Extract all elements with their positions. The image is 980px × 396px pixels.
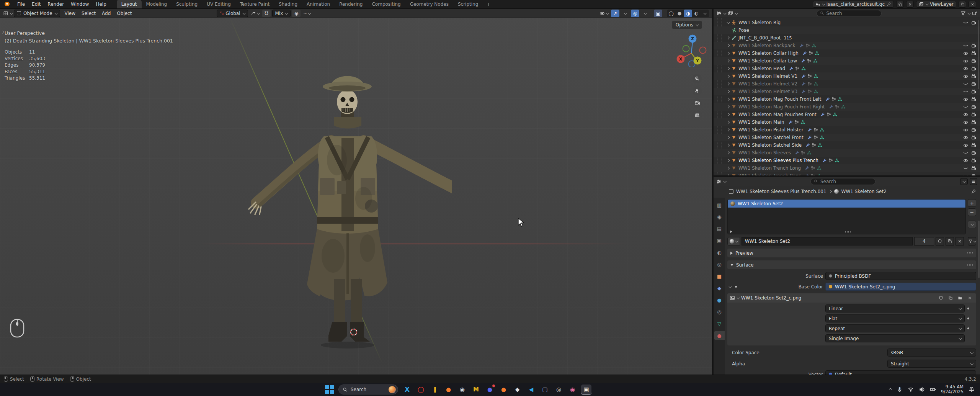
outliner-row[interactable]: WW1 Skeleton Collar Low — [714, 57, 980, 65]
material-slot-selected[interactable]: WW1 Skeleton Set2 — [728, 200, 965, 208]
expand-closed-icon[interactable] — [727, 105, 730, 108]
outliner-row[interactable]: Pose — [714, 26, 980, 34]
disable-in-renders-icon[interactable] — [971, 82, 976, 87]
navigation-gizmo[interactable]: Z X Y — [675, 29, 707, 68]
outliner-row[interactable]: JNT_C_B_000_Root 115 — [714, 34, 980, 42]
taskbar-app-icon[interactable]: ▣ — [581, 385, 591, 395]
workspace-tab[interactable]: Modeling — [142, 0, 172, 8]
properties-tab[interactable]: ◎ — [714, 260, 724, 268]
drag-handle-icon[interactable] — [845, 231, 851, 233]
properties-tab[interactable]: ● — [714, 331, 725, 340]
view-layer-copy-button[interactable] — [959, 1, 966, 8]
soldier-model[interactable] — [245, 64, 452, 350]
expand-closed-icon[interactable] — [727, 128, 730, 131]
eye-open-icon[interactable] — [963, 51, 968, 56]
topbar-menu-item[interactable]: Edit — [28, 0, 44, 8]
expand-closed-icon[interactable] — [727, 67, 730, 70]
properties-search-input[interactable]: Search — [810, 178, 875, 185]
perspective-toggle-button[interactable] — [693, 111, 702, 120]
outliner-search-input[interactable]: Search — [817, 10, 882, 17]
speaker-icon[interactable] — [919, 386, 925, 393]
eye-closed-icon[interactable] — [963, 89, 968, 94]
eye-closed-icon[interactable] — [963, 105, 968, 110]
battery-icon[interactable] — [930, 386, 936, 393]
scene-delete-button[interactable] — [906, 1, 914, 8]
disable-in-renders-icon[interactable] — [971, 43, 976, 48]
taskbar-app-icon[interactable]: ◯ — [416, 385, 426, 395]
shading-dropdown[interactable] — [701, 10, 709, 17]
workspace-tab[interactable]: UV Editing — [202, 0, 235, 8]
shading-rendered-button[interactable]: ◐ — [692, 10, 701, 17]
unlink-material-button[interactable] — [956, 237, 964, 245]
disable-in-renders-icon[interactable] — [971, 59, 976, 64]
topbar-menu-item[interactable]: Render — [44, 0, 67, 8]
xray-toggle[interactable]: ▣ — [654, 10, 662, 17]
outliner-row[interactable]: WW1 Skeleton Mag Pouch Front Left — [714, 95, 980, 103]
clock[interactable]: 9:45 AM 9/24/2025 — [941, 385, 964, 394]
viewport-menu-item[interactable]: Select — [78, 10, 99, 17]
eye-open-icon[interactable] — [963, 128, 968, 133]
material-name-field[interactable]: WW1 Skeleton Set2 — [742, 237, 913, 245]
snap-curve-button[interactable] — [250, 10, 261, 17]
options-button[interactable]: Options — [672, 21, 702, 29]
material-users-count[interactable]: 4 — [914, 237, 934, 245]
disable-in-renders-icon[interactable] — [971, 143, 976, 148]
disable-in-renders-icon[interactable] — [971, 51, 976, 56]
eye-closed-icon[interactable] — [963, 43, 968, 48]
eye-open-icon[interactable] — [963, 112, 968, 117]
taskbar-app-icon[interactable]: ◉ — [567, 385, 578, 395]
material-browse-button[interactable] — [727, 237, 740, 245]
expand-closed-icon[interactable] — [727, 36, 730, 39]
outliner-row[interactable]: WW1 Skeleton Helmet V2 — [714, 80, 980, 88]
outliner-scrollbar[interactable] — [978, 20, 979, 89]
interpolation-dropdown[interactable]: Linear — [825, 304, 965, 313]
workspace-tab[interactable]: Shading — [274, 0, 302, 8]
outliner-row[interactable]: WW1 Skeleton Sleeves — [714, 149, 980, 157]
pin-icon[interactable] — [887, 2, 891, 7]
disable-in-renders-icon[interactable] — [971, 173, 976, 177]
falloff-curve-button[interactable]: ~ — [302, 10, 312, 17]
eye-open-icon[interactable] — [963, 143, 968, 148]
mode-selector[interactable]: Object Mode — [14, 10, 60, 17]
expand-closed-icon[interactable] — [727, 90, 730, 93]
properties-tab[interactable]: ◐ — [714, 248, 724, 257]
properties-tab[interactable]: ▥ — [714, 201, 724, 209]
base-color-field[interactable]: WW1 Skeleton Set2_c.png — [825, 283, 976, 291]
topbar-menu-item[interactable]: Help — [92, 0, 109, 8]
overlays-dropdown[interactable] — [641, 10, 649, 17]
disable-in-renders-icon[interactable] — [971, 166, 976, 171]
add-workspace-button[interactable]: + — [483, 2, 494, 7]
eye-closed-icon[interactable] — [963, 82, 968, 87]
keyframe-dot[interactable] — [967, 317, 969, 319]
outliner-editor-icon[interactable] — [716, 11, 722, 16]
keyframe-dot[interactable] — [967, 308, 969, 309]
expand-closed-icon[interactable] — [727, 59, 730, 62]
viewport-menu-item[interactable]: View — [62, 10, 78, 17]
disable-in-renders-icon[interactable] — [971, 120, 976, 125]
zoom-button[interactable] — [693, 74, 702, 83]
outliner-row[interactable]: WW1 Skeleton Satchel Side — [714, 141, 980, 149]
duplicate-material-button[interactable] — [946, 237, 954, 245]
expand-open-icon[interactable] — [727, 21, 730, 24]
eye-open-icon[interactable] — [963, 66, 968, 71]
proportional-edit-toggle[interactable]: ◉ — [292, 10, 301, 17]
color-space-dropdown[interactable]: sRGB — [887, 349, 976, 357]
expand-closed-icon[interactable] — [727, 75, 730, 78]
taskbar-app-icon[interactable]: ◉ — [457, 385, 467, 395]
surface-shader-field[interactable]: Principled BSDF — [825, 272, 976, 280]
properties-filter-dropdown[interactable] — [960, 178, 968, 185]
viewport-3d[interactable]: Object Mode ViewSelectAddObject ⤡ Global… — [0, 9, 713, 375]
expand-closed-icon[interactable] — [727, 151, 730, 154]
outliner-row[interactable]: WW1 Skeleton Trench Rags — [714, 172, 980, 176]
scene-selector[interactable]: isaac_clarke_arcticsuit.qc — [813, 1, 894, 8]
properties-tab[interactable]: ▽ — [714, 319, 724, 328]
image-name[interactable]: WW1 Skeleton Set2_c.png — [741, 295, 801, 301]
outliner-row[interactable]: WW1 Skeleton Helmet V1 — [714, 72, 980, 80]
eye-closed-icon[interactable] — [963, 166, 968, 171]
taskbar-app-icon[interactable]: ◀ — [526, 385, 536, 395]
outliner-row[interactable]: WW1 Skeleton Helmet V3 — [714, 88, 980, 95]
disable-in-renders-icon[interactable] — [971, 66, 976, 71]
outliner-row[interactable]: WW1 Skeleton Mag Pouch Front Right — [714, 103, 980, 111]
expand-closed-icon[interactable] — [727, 52, 730, 55]
display-mode-icon[interactable] — [728, 11, 733, 16]
